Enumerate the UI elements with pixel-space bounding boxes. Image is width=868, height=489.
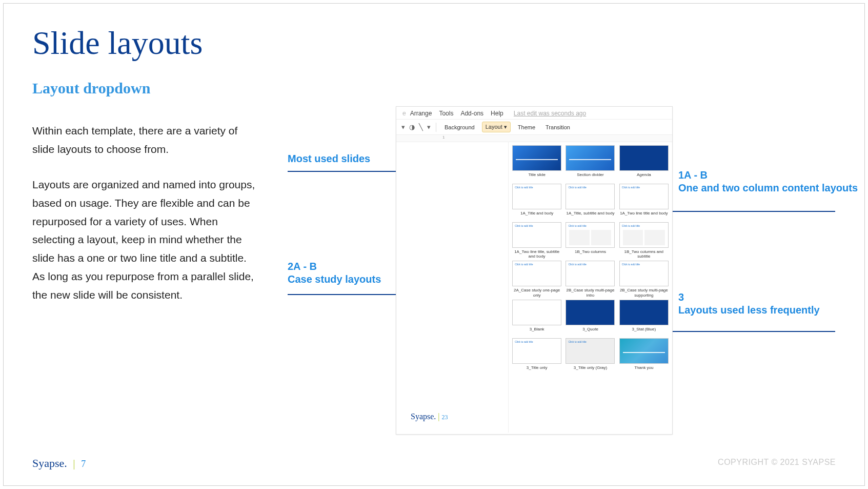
line-icon[interactable]: ╲ [419, 123, 423, 131]
callout-title: 1A - B [678, 169, 708, 181]
layout-thumb[interactable]: Agenda [619, 145, 669, 182]
layout-thumb-preview: Click to add title [566, 184, 615, 209]
layout-thumb-preview: Click to add title [512, 338, 561, 364]
mini-page-number: 23 [442, 414, 448, 421]
brand-text: Syapse. [411, 412, 436, 421]
shape-icon[interactable]: ◑ [409, 123, 415, 131]
layout-thumb[interactable]: Click to add title1B_Two columns [565, 222, 615, 259]
layout-thumb-label: Agenda [637, 172, 651, 182]
layout-thumb-label: 1A_Two line title, subtitle and body [512, 249, 562, 259]
layout-thumb-preview [619, 145, 669, 171]
page-title: Slide layouts [32, 24, 836, 62]
layout-thumb-preview [619, 338, 669, 364]
slide-footer: Syapse. | 7 [32, 457, 86, 470]
menu-item-tools[interactable]: Tools [439, 110, 453, 117]
chevron-down-icon[interactable]: ▾ [401, 123, 405, 131]
background-button[interactable]: Background [441, 123, 478, 132]
edit-status[interactable]: Last edit was seconds ago [514, 110, 586, 117]
layout-thumb-preview [566, 300, 615, 325]
callout-subtitle: Case study layouts [288, 273, 381, 285]
layout-thumb[interactable]: 3_Quote [565, 300, 615, 336]
layout-thumb[interactable]: 3_Stat (Blue) [619, 300, 669, 336]
layout-thumb[interactable]: Title slide [512, 145, 562, 182]
layout-thumb-preview: Click to add title [512, 222, 561, 248]
layout-thumb-label: 2B_Case study multi-page supporting [619, 288, 669, 297]
layout-thumb[interactable]: Click to add title1A_Two line title and … [619, 184, 669, 220]
layout-thumb[interactable]: Click to add title2B_Case study multi-pa… [565, 261, 615, 297]
ruler: 1 [396, 135, 672, 142]
layout-thumb-label: 1A_Two line title and body [620, 211, 668, 220]
menu-item-help[interactable]: Help [491, 110, 503, 117]
layout-thumb-preview: Click to add title [512, 261, 561, 286]
layout-thumb-label: Title slide [528, 172, 546, 182]
layout-thumb[interactable]: Click to add title2A_Case study one-page… [512, 261, 562, 297]
callout-subtitle: One and two column content layouts [678, 182, 858, 193]
layout-thumb-preview [512, 145, 561, 171]
body-text: Within each template, there are a variet… [32, 122, 258, 304]
callout-case-study: 2A - B Case study layouts [288, 260, 381, 286]
layout-thumb-preview: Click to add title [566, 261, 615, 286]
slide-frame: Slide layouts Layout dropdown Within eac… [3, 3, 865, 486]
layout-thumb-label: 2A_Case study one-page only [512, 288, 562, 297]
layout-thumb[interactable]: Click to add title1A_Title, subtitle and… [565, 184, 615, 220]
brand-text: Syapse. [32, 457, 67, 470]
layout-thumb-preview: Click to add title [619, 261, 669, 286]
slide-canvas: Syapse. | 23 [396, 142, 508, 433]
app-menubar: e Arrange Tools Add-ons Help Last edit w… [396, 107, 672, 120]
layout-thumb-preview [512, 300, 561, 325]
layout-thumb-label: 2B_Case study multi-page intro [565, 288, 615, 297]
callout-most-used: Most used slides [288, 152, 370, 165]
layout-thumb-preview: Click to add title [619, 184, 669, 209]
layout-thumb-label: 1B_Two columns and subtitle [619, 249, 669, 259]
callout-subtitle: Layouts used less frequently [678, 304, 820, 316]
copyright-text: COPYRIGHT © 2021 SYAPSE [718, 458, 836, 467]
mini-brand-footer: Syapse. | 23 [411, 412, 448, 421]
transition-button[interactable]: Transition [542, 123, 573, 132]
layout-thumb[interactable]: Click to add title1A_Two line title, sub… [512, 222, 562, 259]
layout-thumb[interactable]: 3_Blank [512, 300, 562, 336]
brand-divider: | [438, 412, 439, 421]
menu-item-arrange[interactable]: Arrange [410, 110, 432, 117]
layout-thumb-label: 1A_Title, subtitle and body [567, 211, 615, 220]
layout-thumb-preview: Click to add title [619, 222, 669, 248]
layout-thumb-label: 3_Title only [527, 365, 548, 375]
menu-item-addons[interactable]: Add-ons [460, 110, 483, 117]
brand-divider: | [73, 457, 75, 470]
layout-thumb[interactable]: Thank you [619, 338, 669, 375]
layout-dropdown-button[interactable]: Layout ▾ [482, 122, 511, 132]
separator [436, 123, 436, 132]
layout-thumb-label: Section divider [577, 172, 603, 182]
callout-title: 3 [678, 291, 684, 303]
connector-line [645, 211, 835, 212]
chevron-down-icon[interactable]: ▾ [427, 123, 431, 131]
connector-line [645, 331, 835, 332]
menu-cut-edge: e [402, 110, 406, 117]
layout-thumb[interactable]: Click to add title1B_Two columns and sub… [619, 222, 669, 259]
layout-thumb[interactable]: Click to add title3_Title only [512, 338, 562, 375]
theme-button[interactable]: Theme [515, 123, 538, 132]
layout-thumb-label: 1B_Two columns [575, 249, 606, 259]
layout-thumb-label: Thank you [634, 365, 653, 375]
layout-thumb[interactable]: Click to add title2B_Case study multi-pa… [619, 261, 669, 297]
layout-thumb[interactable]: Click to add title1A_Title and body [512, 184, 562, 220]
callout-content-layouts: 1A - B One and two column content layout… [678, 169, 858, 194]
app-toolbar: ▾ ◑ ╲ ▾ Background Layout ▾ Theme Transi… [396, 120, 672, 135]
layout-thumb-label: 3_Blank [530, 327, 544, 336]
layout-thumb-preview: Click to add title [566, 338, 615, 364]
body-paragraph: Layouts are organized and named into gro… [32, 175, 258, 304]
layout-thumb-preview: Click to add title [566, 222, 615, 248]
callout-less-frequent: 3 Layouts used less frequently [678, 291, 820, 317]
app-screenshot: e Arrange Tools Add-ons Help Last edit w… [396, 106, 673, 435]
page-subtitle: Layout dropdown [32, 80, 836, 97]
page-number: 7 [81, 459, 86, 469]
app-body: Syapse. | 23 Title slideSection dividerA… [396, 142, 672, 433]
layout-thumb-label: 3_Title only (Gray) [574, 365, 608, 375]
layout-thumb-label: 1A_Title and body [520, 211, 553, 220]
layout-thumb-label: 3_Quote [582, 327, 598, 336]
layout-thumb-preview: Click to add title [512, 184, 561, 209]
body-paragraph: Within each template, there are a variet… [32, 122, 258, 158]
layout-dropdown-panel: Title slideSection dividerAgendaClick to… [508, 142, 672, 433]
callout-title: 2A - B [288, 261, 317, 272]
layout-thumb[interactable]: Section divider [565, 145, 615, 182]
layout-thumb[interactable]: Click to add title3_Title only (Gray) [565, 338, 615, 375]
